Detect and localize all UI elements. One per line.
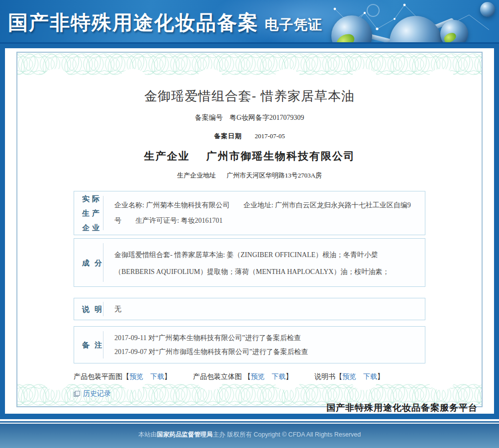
remark-line: 2017-09-11 对“广州菊本生物科技有限公司”进行了备案后检查 xyxy=(114,331,414,345)
footer-org-link[interactable]: 国家药品监督管理局 xyxy=(157,431,213,438)
attachments-bar: 产品包装平面图【预览下载】 产品包装立体图 【预览下载】 说明书【预览下载】 xyxy=(74,372,425,381)
manufacturer-label: 生产企业 xyxy=(144,150,190,162)
manufacturer-line: 生产企业 广州市御瑶生物科技有限公司 xyxy=(5,149,494,163)
leaf-icon xyxy=(442,31,457,44)
row-label: 实际生产企业 xyxy=(82,191,103,235)
bubble-icon xyxy=(367,4,380,17)
attachment-flat-packaging: 产品包装平面图【预览下载】 xyxy=(74,372,171,381)
attachment-name: 产品包装立体图 xyxy=(193,372,244,380)
certificate-panel: 金御瑶爱惜组合套- 惜养家居草本油 备案编号 粤G妆网备字2017079309 … xyxy=(5,48,494,414)
molecule-sphere-icon xyxy=(440,20,468,44)
filing-number-line: 备案编号 粤G妆网备字2017079309 xyxy=(5,113,494,122)
history-windows-icon xyxy=(74,391,80,397)
download-link[interactable]: 下载 xyxy=(272,372,286,380)
row-content: 企业名称: 广州菊本生物科技有限公司 企业地址: 广州市白云区龙归永兴路十七社工… xyxy=(103,191,425,235)
banner-subtitle: 电子凭证 xyxy=(265,15,322,34)
footer: 本站由国家药品监督管理局主办 版权所有 Copyright © CFDA All… xyxy=(0,424,499,448)
download-link[interactable]: 下载 xyxy=(150,372,164,380)
filing-date-label: 备案日期 xyxy=(214,132,242,140)
leaf-icon xyxy=(334,32,356,44)
platform-name: 国产非特殊用途化妆品备案服务平台 xyxy=(326,403,478,413)
preview-link[interactable]: 预览 xyxy=(342,372,356,380)
banner: 国产非特殊用途化妆品备案 电子凭证 xyxy=(0,0,499,44)
row-content: 金御瑶爱惜组合套- 惜养家居草本油: 姜（ZINGIBER OFFICINALE… xyxy=(103,239,425,286)
manufacturer-address-label: 生产企业地址 xyxy=(177,172,216,179)
manufacturer-value: 广州市御瑶生物科技有限公司 xyxy=(206,150,355,162)
footer-suffix: 主办 版权所有 Copyright © CFDA All Rights Rese… xyxy=(213,431,361,438)
filing-number-value: 粤G妆网备字2017079309 xyxy=(229,114,304,121)
filing-date-value: 2017-07-05 xyxy=(255,132,285,140)
platform-line: 国产非特殊用途化妆品备案服务平台 xyxy=(74,402,425,414)
remark-line: 2017-09-07 对“广州市御瑶生物科技有限公司”进行了备案后检查 xyxy=(114,345,414,359)
history-line: 历史记录 xyxy=(74,389,425,398)
filing-number-label: 备案编号 xyxy=(195,114,223,121)
molecule-sphere-icon xyxy=(480,2,495,17)
attachment-name: 产品包装平面图 xyxy=(74,372,122,380)
preview-link[interactable]: 预览 xyxy=(129,372,143,380)
page-background: 金御瑶爱惜组合套- 惜养家居草本油 备案编号 粤G妆网备字2017079309 … xyxy=(0,44,499,419)
manufacturer-address-value: 广州市天河区华明路13号2703A房 xyxy=(227,172,322,179)
footer-prefix: 本站由 xyxy=(138,431,157,438)
row-description: 说明 无 xyxy=(74,298,425,320)
row-content: 无 xyxy=(103,298,425,320)
page-title: 金御瑶爱惜组合套- 惜养家居草本油 xyxy=(5,88,494,105)
download-link[interactable]: 下载 xyxy=(363,372,377,380)
attachment-3d-packaging: 产品包装立体图 【预览下载】 xyxy=(193,372,293,381)
row-ingredients: 成分 金御瑶爱惜组合套- 惜养家居草本油: 姜（ZINGIBER OFFICIN… xyxy=(74,238,425,287)
filing-date-line: 备案日期 2017-07-05 xyxy=(5,132,494,141)
row-remarks: 备注 2017-09-11 对“广州菊本生物科技有限公司”进行了备案后检查 20… xyxy=(74,326,425,363)
history-link[interactable]: 历史记录 xyxy=(83,389,111,398)
preview-link[interactable]: 预览 xyxy=(251,372,265,380)
attachment-name: 说明书 xyxy=(314,372,335,380)
attachment-manual: 说明书【预览下载】 xyxy=(314,372,384,381)
row-actual-manufacturer: 实际生产企业 企业名称: 广州菊本生物科技有限公司 企业地址: 广州市白云区龙归… xyxy=(74,191,425,235)
manufacturer-address-line: 生产企业地址 广州市天河区华明路13号2703A房 xyxy=(5,171,494,180)
banner-title: 国产非特殊用途化妆品备案 xyxy=(8,9,259,36)
